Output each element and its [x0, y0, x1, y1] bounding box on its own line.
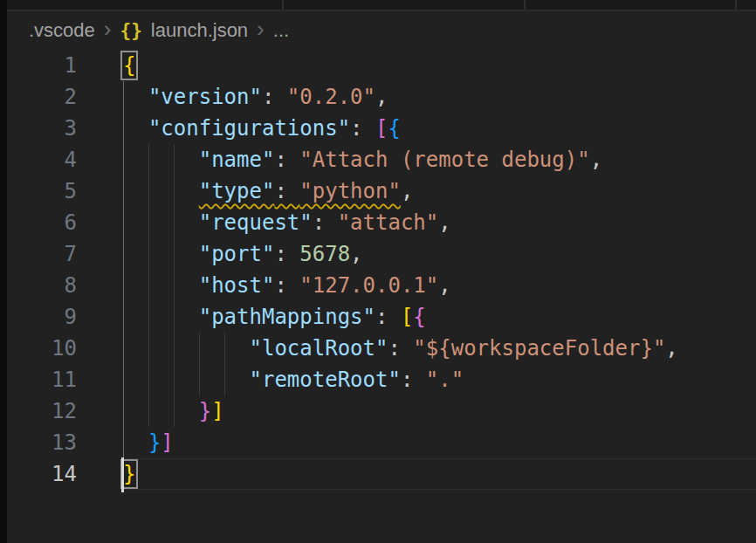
line-number[interactable]: 4 — [0, 144, 77, 175]
breadcrumb-symbol-more[interactable]: ... — [273, 19, 289, 42]
code-token: [ — [401, 305, 413, 329]
code-line-content[interactable]: "localRoot": "${workspaceFolder}", — [123, 333, 756, 364]
code-token — [123, 430, 148, 455]
code-token: "." — [426, 368, 464, 392]
code-token — [123, 148, 199, 172]
code-token: "${workspaceFolder}" — [413, 336, 665, 361]
code-token: , — [350, 242, 362, 266]
line-number[interactable]: 2 — [0, 81, 77, 113]
code-token — [123, 399, 199, 423]
code-token: "name" — [199, 148, 275, 172]
code-token: [ — [375, 116, 388, 141]
code-line[interactable]: 11 "remoteRoot": "." — [0, 364, 756, 395]
code-line-content[interactable]: "configurations": [{ — [123, 113, 756, 144]
vscode-editor-window: .vscode › {} launch.json › ... 1{2 "vers… — [0, 0, 756, 543]
code-token: , — [438, 210, 450, 235]
code-token: "attach" — [338, 210, 439, 235]
code-line[interactable]: 12 }] — [0, 395, 756, 427]
code-token — [123, 85, 148, 109]
code-token: "type" — [199, 179, 275, 203]
code-token: } — [199, 399, 211, 423]
code-line-content[interactable]: } — [123, 458, 756, 490]
code-line-content[interactable]: "port": 5678, — [123, 238, 756, 270]
line-number[interactable]: 3 — [0, 113, 77, 144]
code-token — [123, 368, 250, 392]
code-line[interactable]: 1{ — [0, 50, 756, 81]
line-number[interactable]: 11 — [0, 364, 77, 395]
code-token: } — [123, 462, 135, 486]
code-token: : — [274, 148, 299, 172]
tab-divider — [282, 0, 284, 10]
json-file-icon: {} — [120, 20, 142, 41]
code-token: , — [375, 85, 388, 109]
line-number[interactable]: 5 — [0, 175, 77, 207]
code-token: "127.0.0.1" — [299, 273, 438, 298]
code-token: : — [262, 85, 287, 109]
line-number[interactable]: 1 — [0, 50, 77, 81]
code-token: , — [665, 336, 677, 361]
line-number[interactable]: 14 — [0, 458, 77, 490]
line-number[interactable]: 6 — [0, 207, 77, 238]
code-token: { — [413, 305, 425, 329]
code-token: "0.2.0" — [287, 85, 375, 109]
breadcrumb-folder[interactable]: .vscode — [29, 19, 95, 42]
code-token: , — [590, 148, 602, 172]
line-number[interactable]: 10 — [0, 333, 77, 364]
line-number[interactable]: 9 — [0, 301, 77, 333]
code-token: , — [401, 179, 413, 203]
line-number[interactable]: 13 — [0, 427, 77, 458]
code-line-content[interactable]: "name": "Attach (remote debug)", — [123, 144, 756, 175]
code-token: "Attach (remote debug)" — [299, 148, 589, 172]
code-line-content[interactable]: "request": "attach", — [123, 207, 756, 238]
code-line[interactable]: 5 "type": "python", — [0, 175, 756, 207]
line-number[interactable]: 12 — [0, 395, 77, 427]
code-token — [123, 273, 199, 298]
code-token: : — [274, 242, 299, 266]
code-token: } — [148, 430, 161, 455]
code-line[interactable]: 4 "name": "Attach (remote debug)", — [0, 144, 756, 175]
tab-bar-edge — [0, 0, 756, 11]
code-token: ] — [161, 430, 173, 455]
code-line[interactable]: 7 "port": 5678, — [0, 238, 756, 270]
code-token: : — [401, 368, 426, 392]
code-line-content[interactable]: "remoteRoot": "." — [123, 364, 756, 395]
code-token: , — [438, 273, 450, 298]
code-token — [123, 336, 250, 361]
breadcrumb-file[interactable]: launch.json — [151, 19, 248, 42]
tab-divider — [735, 0, 737, 10]
line-number[interactable]: 7 — [0, 238, 77, 270]
code-token: "python" — [299, 179, 401, 203]
code-line[interactable]: 14} — [0, 458, 756, 490]
code-token: "request" — [199, 210, 313, 235]
code-token: : — [350, 116, 375, 141]
code-lines: 1{2 "version": "0.2.0",3 "configurations… — [0, 50, 756, 490]
code-token: "localRoot" — [250, 336, 388, 361]
breadcrumb: .vscode › {} launch.json › ... — [0, 11, 756, 50]
code-line[interactable]: 13 }] — [0, 427, 756, 458]
chevron-right-icon: › — [257, 17, 265, 40]
code-token: : — [274, 273, 299, 298]
code-line-content[interactable]: }] — [123, 395, 756, 427]
code-line[interactable]: 10 "localRoot": "${workspaceFolder}", — [0, 333, 756, 364]
code-line-content[interactable]: "type": "python", — [123, 175, 756, 207]
code-token: : — [274, 179, 299, 203]
code-line-content[interactable]: "version": "0.2.0", — [123, 81, 756, 113]
code-token: : — [388, 336, 413, 361]
code-token: { — [123, 53, 135, 78]
code-line-content[interactable]: "host": "127.0.0.1", — [123, 270, 756, 301]
code-line[interactable]: 9 "pathMappings": [{ — [0, 301, 756, 333]
editor-left-edge — [0, 0, 7, 543]
code-line-content[interactable]: { — [123, 50, 756, 81]
code-line[interactable]: 6 "request": "attach", — [0, 207, 756, 238]
code-line-content[interactable]: "pathMappings": [{ — [123, 301, 756, 333]
line-number[interactable]: 8 — [0, 270, 77, 301]
code-editor[interactable]: 1{2 "version": "0.2.0",3 "configurations… — [0, 50, 756, 543]
code-token: "configurations" — [148, 116, 350, 141]
code-line[interactable]: 3 "configurations": [{ — [0, 113, 756, 144]
code-line-content[interactable]: }] — [123, 427, 756, 458]
code-token: "port" — [199, 242, 275, 266]
tab-divider — [524, 0, 526, 10]
code-line[interactable]: 2 "version": "0.2.0", — [0, 81, 756, 113]
code-line[interactable]: 8 "host": "127.0.0.1", — [0, 270, 756, 301]
code-token — [123, 116, 148, 141]
